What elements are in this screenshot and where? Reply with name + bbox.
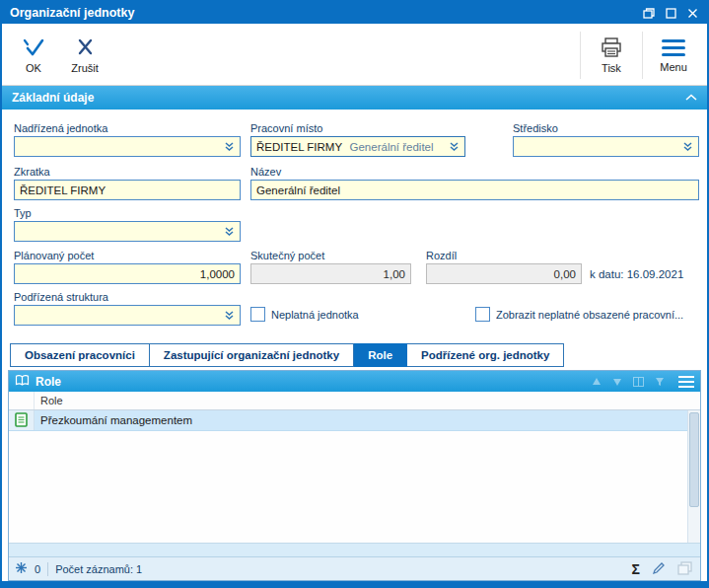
- role-panel-header: Role: [9, 371, 700, 392]
- name-input[interactable]: Generální ředitel: [250, 180, 699, 200]
- status-bar-right-icons: Σ: [632, 561, 692, 577]
- checkbox-box[interactable]: [475, 307, 490, 322]
- toolbar-separator: [580, 32, 581, 79]
- tab-label: Zastupující organizační jednotky: [164, 349, 339, 361]
- role-panel-title: Role: [35, 375, 61, 389]
- menu-button[interactable]: Menu: [648, 28, 699, 83]
- record-status-cell: [9, 410, 35, 430]
- sum-icon[interactable]: Σ: [632, 561, 640, 577]
- snowflake-icon[interactable]: [15, 561, 28, 576]
- title-bar: Organizační jednotky: [2, 2, 707, 24]
- type-label: Typ: [14, 207, 32, 219]
- print-button[interactable]: Tisk: [586, 28, 637, 83]
- toolbar-spacer: [110, 28, 575, 83]
- actual-count-readonly: 1,00: [250, 263, 411, 284]
- collapse-chevron-icon[interactable]: [685, 94, 697, 102]
- vertical-scrollbar[interactable]: [687, 410, 700, 543]
- abbreviation-value: ŘEDITEL FIRMY: [20, 184, 106, 196]
- cost-center-combo[interactable]: [513, 136, 699, 157]
- panel-menu-icon[interactable]: [678, 376, 694, 388]
- table-row[interactable]: Přezkoumání managementem: [9, 410, 700, 431]
- tab-obsazeni-pracovnici[interactable]: Obsazení pracovníci: [10, 343, 150, 367]
- subordinate-structure-label: Podřízená struktura: [14, 291, 108, 303]
- toolbar-separator-2: [642, 32, 643, 79]
- record-count-text: Počet záznamů: 1: [55, 563, 142, 575]
- job-position-combo[interactable]: ŘEDITEL FIRMY Generální ředitel: [250, 136, 465, 157]
- section-title: Základní údaje: [12, 91, 94, 105]
- tab-podrizene-org-jednotky[interactable]: Podřízené org. jednotky: [407, 343, 564, 367]
- copy-records-icon[interactable]: [677, 561, 692, 577]
- status-bar: 0 Počet záznamů: 1 Σ: [9, 556, 700, 580]
- green-document-icon: [15, 412, 28, 429]
- abbreviation-label: Zkratka: [14, 166, 50, 178]
- chevron-down-icon[interactable]: [678, 141, 693, 152]
- restore-icon[interactable]: [638, 4, 660, 22]
- toolbar: OK Zrušit Tisk: [2, 24, 707, 86]
- cancel-button[interactable]: Zrušit: [59, 28, 110, 83]
- hamburger-icon: [662, 38, 685, 59]
- role-column-header[interactable]: Role: [35, 395, 63, 406]
- printer-icon: [599, 37, 624, 60]
- subordinate-structure-combo[interactable]: [14, 305, 241, 326]
- ok-button[interactable]: OK: [8, 28, 59, 83]
- difference-value: 0,00: [554, 268, 576, 280]
- chevron-down-icon[interactable]: [220, 141, 235, 152]
- planned-count-value: 1,0000: [200, 268, 235, 280]
- invalid-unit-checkbox[interactable]: Neplatná jednotka: [250, 307, 359, 322]
- edit-pencil-icon[interactable]: [652, 561, 666, 577]
- show-invalid-occupied-checkbox-label: Zobrazit neplatné obsazené pracovní...: [496, 309, 683, 321]
- difference-readonly: 0,00: [426, 263, 582, 284]
- section-header-basic-data[interactable]: Základní údaje: [2, 86, 707, 110]
- parent-unit-combo[interactable]: [14, 136, 241, 157]
- grid-footer-strip: [9, 543, 700, 556]
- open-book-icon: [15, 374, 30, 390]
- role-grid-panel: Role Role: [8, 370, 701, 581]
- job-position-code: ŘEDITEL FIRMY: [256, 141, 342, 153]
- sort-desc-icon[interactable]: [612, 377, 622, 387]
- role-cell: Přezkoumání managementem: [35, 414, 192, 426]
- menu-button-label: Menu: [660, 61, 687, 73]
- cost-center-label: Středisko: [513, 122, 558, 134]
- grid-rows-area: Přezkoumání managementem: [9, 410, 700, 543]
- name-label: Název: [250, 166, 281, 178]
- type-combo[interactable]: [14, 221, 241, 242]
- status-left-count: 0: [35, 563, 40, 575]
- actual-count-value: 1,00: [384, 268, 405, 280]
- invalid-unit-checkbox-label: Neplatná jednotka: [271, 309, 359, 321]
- organizational-units-window: Organizační jednotky OK Zrušit: [0, 0, 709, 588]
- checkbox-box[interactable]: [250, 307, 265, 322]
- chevron-down-icon[interactable]: [445, 141, 460, 152]
- job-position-label: Pracovní místo: [250, 122, 322, 134]
- maximize-icon[interactable]: [660, 4, 681, 22]
- chevron-down-icon[interactable]: [220, 310, 235, 321]
- close-icon[interactable]: [681, 4, 703, 22]
- filter-icon[interactable]: [655, 377, 665, 387]
- show-invalid-occupied-checkbox[interactable]: Zobrazit neplatné obsazené pracovní...: [475, 307, 683, 322]
- planned-count-label: Plánovaný počet: [14, 250, 94, 261]
- chevron-down-icon[interactable]: [220, 226, 235, 237]
- parent-unit-label: Nadřízená jednotka: [14, 122, 107, 134]
- cancel-button-label: Zrušit: [71, 62, 99, 74]
- print-button-label: Tisk: [602, 62, 621, 74]
- difference-label: Rozdíl: [426, 250, 457, 261]
- tab-role[interactable]: Role: [354, 343, 407, 367]
- detail-tabs: Obsazení pracovníci Zastupující organiza…: [2, 341, 707, 367]
- tab-zastupujici-organizacni-jednotky[interactable]: Zastupující organizační jednotky: [150, 343, 354, 367]
- scrollbar-thumb[interactable]: [689, 412, 699, 507]
- ok-check-icon: [21, 37, 46, 60]
- columns-icon[interactable]: [633, 377, 644, 387]
- abbreviation-input[interactable]: ŘEDITEL FIRMY: [14, 180, 241, 200]
- actual-count-label: Skutečný počet: [250, 250, 324, 261]
- status-separator: [47, 562, 48, 576]
- icon-column-header: [9, 392, 35, 409]
- basic-data-form: Nadřízená jednotka Pracovní místo ŘEDITE…: [2, 110, 707, 341]
- grid-column-header-row: Role: [9, 392, 700, 410]
- sort-asc-icon[interactable]: [592, 377, 602, 387]
- window-title: Organizační jednotky: [10, 6, 638, 20]
- ok-button-label: OK: [26, 62, 41, 74]
- job-position-name: Generální ředitel: [350, 141, 438, 153]
- name-value: Generální ředitel: [256, 184, 340, 196]
- cancel-x-icon: [72, 37, 98, 60]
- planned-count-input[interactable]: 1,0000: [14, 263, 241, 284]
- tab-label: Obsazení pracovníci: [25, 349, 135, 361]
